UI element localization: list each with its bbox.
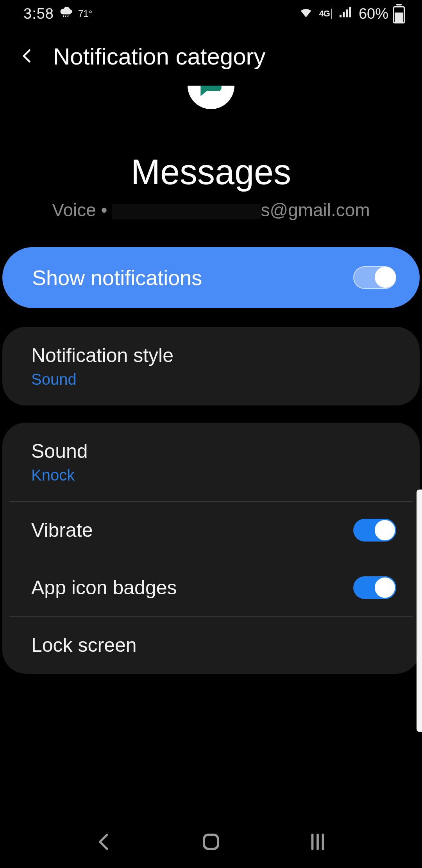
app-subtitle: Voice • s@gmail.com [16, 199, 406, 221]
status-time: 3:58 [23, 5, 54, 22]
vibrate-toggle[interactable] [353, 519, 396, 542]
status-temp: 71° [78, 9, 92, 18]
app-header: Notification category [0, 27, 422, 86]
svg-rect-0 [204, 835, 218, 849]
notification-style-title: Notification style [31, 344, 173, 367]
nav-home-icon[interactable] [200, 831, 222, 854]
network-type: 4G [319, 9, 332, 19]
nav-back-icon[interactable] [94, 831, 115, 854]
subtitle-redacted [112, 204, 261, 219]
hero-section: Messages Voice • s@gmail.com [0, 86, 422, 236]
vibrate-row[interactable]: Vibrate [9, 501, 413, 559]
subtitle-bullet: • [101, 200, 107, 220]
show-notifications-label: Show notifications [32, 265, 202, 290]
page-title: Notification category [53, 43, 266, 70]
settings-card: Sound Knock Vibrate App icon badges Lock… [2, 423, 420, 674]
badges-title: App icon badges [31, 576, 177, 599]
app-icon [188, 86, 234, 109]
weather-icon [59, 5, 73, 22]
app-name: Messages [16, 152, 406, 192]
back-icon[interactable] [19, 44, 36, 69]
wifi-icon [298, 4, 314, 23]
nav-recents-icon[interactable] [307, 831, 328, 854]
nav-bar [0, 817, 422, 868]
lockscreen-title: Lock screen [31, 634, 137, 656]
subtitle-suffix: s@gmail.com [261, 200, 370, 220]
status-bar: 3:58 71° 4G 60% [0, 0, 422, 27]
notification-style-value: Sound [31, 371, 173, 388]
badges-toggle[interactable] [353, 576, 396, 599]
vibrate-title: Vibrate [31, 519, 93, 542]
show-notifications-row[interactable]: Show notifications [2, 247, 420, 308]
signal-icon [338, 4, 353, 23]
battery-text: 60% [359, 5, 388, 22]
sound-title: Sound [31, 440, 88, 463]
notification-style-card: Notification style Sound [2, 327, 420, 405]
show-notifications-toggle[interactable] [353, 266, 396, 289]
subtitle-prefix: Voice [52, 200, 96, 220]
lockscreen-row[interactable]: Lock screen [9, 616, 413, 674]
scroll-indicator[interactable] [417, 490, 422, 732]
sound-row[interactable]: Sound Knock [2, 423, 420, 501]
notification-style-row[interactable]: Notification style Sound [2, 327, 420, 405]
sound-value: Knock [31, 466, 88, 484]
badges-row[interactable]: App icon badges [9, 559, 413, 616]
battery-icon [392, 4, 406, 23]
